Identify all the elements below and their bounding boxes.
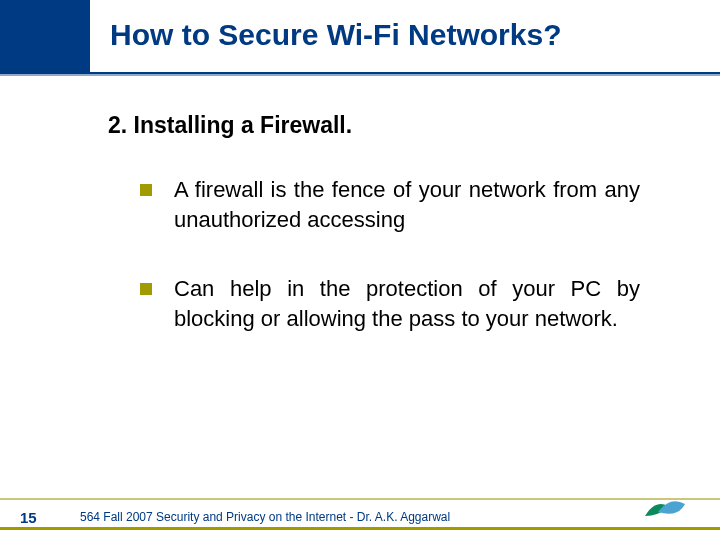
- header-accent-block: [0, 0, 90, 72]
- page-number: 15: [20, 509, 37, 526]
- bullet-text: A firewall is the fence of your network …: [174, 175, 640, 234]
- square-bullet-icon: [140, 283, 152, 295]
- list-item: Can help in the protection of your PC by…: [140, 274, 640, 333]
- bullet-text: Can help in the protection of your PC by…: [174, 274, 640, 333]
- list-item: A firewall is the fence of your network …: [140, 175, 640, 234]
- logo-icon: [640, 494, 690, 524]
- footer-text: 564 Fall 2007 Security and Privacy on th…: [80, 510, 450, 524]
- footer-divider: [0, 498, 720, 500]
- square-bullet-icon: [140, 184, 152, 196]
- footer-accent-bar: [0, 527, 720, 530]
- bullet-list: A firewall is the fence of your network …: [140, 175, 640, 374]
- slide: How to Secure Wi-Fi Networks? 2. Install…: [0, 0, 720, 540]
- header-divider: [0, 72, 720, 76]
- slide-title: How to Secure Wi-Fi Networks?: [110, 18, 561, 52]
- slide-subtitle: 2. Installing a Firewall.: [108, 112, 352, 139]
